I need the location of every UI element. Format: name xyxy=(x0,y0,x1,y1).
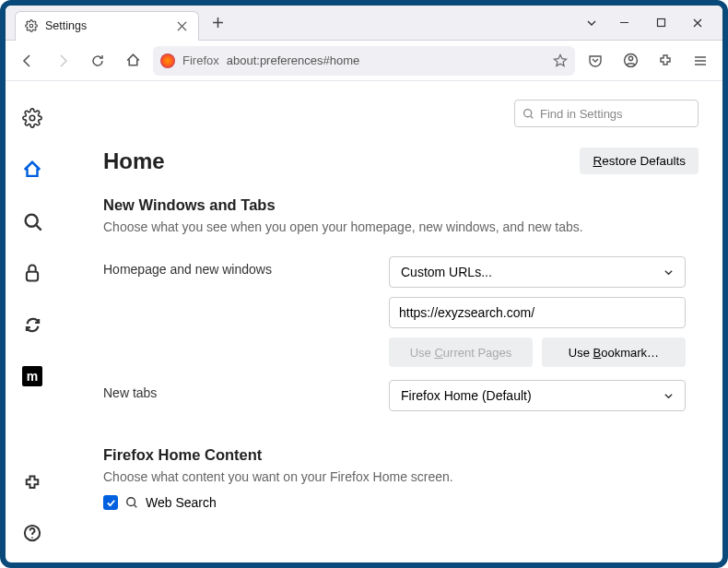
sidebar-item-more[interactable]: m xyxy=(16,360,49,393)
menu-button[interactable] xyxy=(686,46,715,76)
window-controls xyxy=(606,10,715,36)
newtabs-label: New tabs xyxy=(103,380,370,400)
homepage-label: Homepage and new windows xyxy=(103,256,370,277)
back-button[interactable] xyxy=(13,46,42,76)
forward-button[interactable] xyxy=(48,46,77,76)
url-bar[interactable]: Firefox about:preferences#home xyxy=(153,46,575,76)
minimize-button[interactable] xyxy=(606,10,641,36)
search-input[interactable]: Find in Settings xyxy=(514,100,699,127)
restore-defaults-button[interactable]: RRestore Defaultsestore Defaults xyxy=(580,148,699,174)
newtabs-select[interactable]: Firefox Home (Default) xyxy=(389,380,686,411)
svg-point-0 xyxy=(29,24,33,28)
account-button[interactable] xyxy=(616,46,645,76)
svg-point-8 xyxy=(31,537,33,538)
sidebar-item-extensions[interactable] xyxy=(16,467,49,500)
svg-point-10 xyxy=(127,498,135,506)
firefox-logo-icon xyxy=(160,53,175,68)
titlebar: Settings xyxy=(6,6,722,41)
sidebar-item-help[interactable] xyxy=(16,516,49,550)
gear-icon xyxy=(25,19,38,32)
sidebar-item-privacy[interactable] xyxy=(16,256,49,290)
star-icon[interactable] xyxy=(553,53,568,68)
svg-rect-1 xyxy=(657,19,664,27)
settings-sidebar: m xyxy=(6,81,59,562)
web-search-checkbox[interactable] xyxy=(103,495,118,510)
homepage-url-input[interactable] xyxy=(389,297,686,328)
use-current-pages-button[interactable]: Use Current PagesUse Current Pages xyxy=(389,337,533,367)
home-button[interactable] xyxy=(118,46,147,76)
sidebar-item-search[interactable] xyxy=(16,205,49,238)
search-placeholder: Find in Settings xyxy=(540,107,623,121)
toolbar: Firefox about:preferences#home xyxy=(6,41,722,81)
chevron-down-icon xyxy=(663,267,674,278)
use-bookmark-button[interactable]: Use Bookmark…Use Bookmark… xyxy=(542,337,686,367)
close-button[interactable] xyxy=(680,10,715,36)
close-icon[interactable] xyxy=(174,18,189,33)
new-tab-button[interactable] xyxy=(205,10,230,36)
search-icon xyxy=(125,496,138,509)
svg-rect-6 xyxy=(27,272,38,281)
homepage-select[interactable]: Custom URLs... xyxy=(389,256,686,288)
square-m-icon: m xyxy=(22,366,42,386)
svg-point-5 xyxy=(25,214,37,226)
section-heading-windows-tabs: New Windows and Tabs xyxy=(103,196,699,214)
section-subtext: Choose what you see when you open your h… xyxy=(103,219,699,234)
select-value: Custom URLs... xyxy=(401,265,492,279)
urlbar-heading: Firefox xyxy=(182,53,219,67)
tab-title: Settings xyxy=(45,19,167,32)
section-subtext-2: Choose what content you want on your Fir… xyxy=(103,469,699,484)
urlbar-url: about:preferences#home xyxy=(227,53,360,67)
extensions-button[interactable] xyxy=(651,46,680,76)
svg-point-9 xyxy=(524,109,532,116)
chevron-down-icon[interactable] xyxy=(577,18,606,29)
section-heading-home-content: Firefox Home Content xyxy=(103,446,699,464)
chevron-down-icon xyxy=(663,391,674,401)
pocket-button[interactable] xyxy=(581,46,610,76)
svg-point-3 xyxy=(628,56,632,60)
search-icon xyxy=(523,108,534,120)
page-title: Home xyxy=(103,148,165,174)
sidebar-item-general[interactable] xyxy=(16,101,49,135)
browser-tab[interactable]: Settings xyxy=(15,11,199,41)
web-search-label: Web Search xyxy=(146,495,217,510)
reload-button[interactable] xyxy=(83,46,112,76)
select-value: Firefox Home (Default) xyxy=(401,388,532,403)
svg-point-4 xyxy=(29,115,35,121)
sidebar-item-home[interactable] xyxy=(16,153,49,186)
maximize-button[interactable] xyxy=(643,10,678,36)
sidebar-item-sync[interactable] xyxy=(16,308,49,341)
settings-content: Find in Settings Home RRestore Defaultse… xyxy=(59,81,722,562)
